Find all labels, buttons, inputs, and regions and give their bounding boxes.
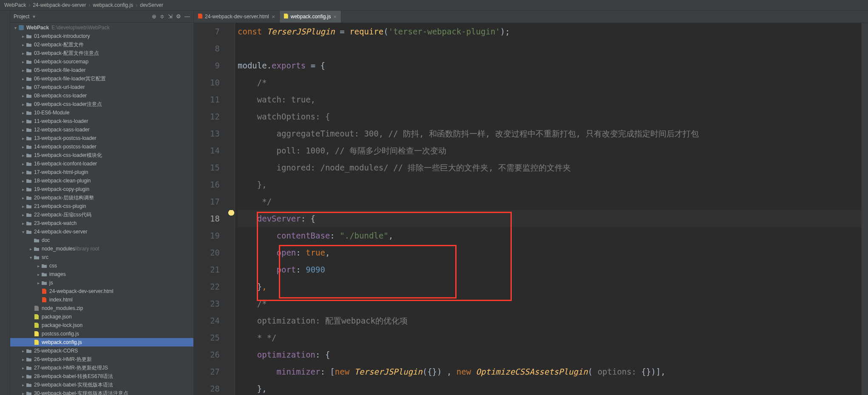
tree-item[interactable]: ▸09-webpack-css-loader注意点 xyxy=(10,100,193,108)
tree-item[interactable]: ▾src xyxy=(10,253,193,261)
tree-item[interactable]: ▸07-webpack-url-loader xyxy=(10,83,193,91)
tree-item[interactable]: ▾24-webpack-dev-server xyxy=(10,227,193,236)
tree-item[interactable]: ▸11-webpack-less-loader xyxy=(10,117,193,125)
editor-gutter[interactable]: 7891011121314151617181920212223242526272… xyxy=(194,23,229,395)
code-line[interactable]: * */ xyxy=(238,329,861,346)
marker-bar[interactable] xyxy=(861,23,868,395)
breadcrumb-seg[interactable]: WebPack xyxy=(4,2,26,8)
folder-icon xyxy=(26,203,32,210)
tree-item[interactable]: ▸21-webpack-css-plugin xyxy=(10,202,193,210)
code-line[interactable]: minimizer: [new TerserJSPlugin({}) , new… xyxy=(238,363,861,380)
folder-icon xyxy=(41,262,48,269)
editor-tab[interactable]: 24-webpack-dev-server.html✕ xyxy=(194,11,280,23)
code-line[interactable]: port: 9090 xyxy=(238,261,861,278)
breadcrumb-seg[interactable]: devServer xyxy=(140,2,163,8)
tree-item[interactable]: node_modules.zip xyxy=(10,304,193,313)
tree-item[interactable]: ▸images xyxy=(10,270,193,278)
code-editor[interactable]: const TerserJSPlugin = require('terser-w… xyxy=(235,23,861,395)
code-line[interactable]: /* xyxy=(238,295,861,312)
code-line[interactable]: }, xyxy=(238,176,861,193)
tree-item[interactable]: ▸25-webpack-CORS xyxy=(10,347,193,355)
tree-item[interactable]: ▸node_modules library root xyxy=(10,244,193,253)
tree-item[interactable]: ▸02-webpack-配置文件 xyxy=(10,40,193,49)
module-icon xyxy=(18,24,25,31)
editor-tab[interactable]: webpack.config.js✕ xyxy=(280,11,342,23)
breadcrumb-seg[interactable]: webpack.config.js xyxy=(93,2,133,8)
code-line[interactable]: aggregateTimeout: 300, // 防抖, 和函数防抖一样, 改… xyxy=(238,125,861,142)
chevron-right-icon: › xyxy=(136,2,137,8)
code-line[interactable]: devServer: { xyxy=(238,210,861,227)
intention-bulb-icon[interactable] xyxy=(228,210,235,217)
tree-item[interactable]: ▸17-webpack-html-plugin xyxy=(10,168,193,176)
tree-item[interactable]: ▸06-webpack-file-loader其它配置 xyxy=(10,74,193,83)
breadcrumb-seg[interactable]: 24-webpack-dev-server xyxy=(33,2,86,8)
folder-icon xyxy=(33,237,40,244)
code-line[interactable]: optimization: { xyxy=(238,346,861,363)
code-line[interactable]: module.exports = { xyxy=(238,57,861,74)
tree-item[interactable]: 24-webpack-dev-server.html xyxy=(10,287,193,296)
tree-root[interactable]: ▾WebPack E:\develop\web\WebPack xyxy=(10,23,193,32)
target-icon[interactable]: ⊕ xyxy=(152,13,156,20)
project-title[interactable]: Project xyxy=(14,14,29,20)
code-line[interactable]: */ xyxy=(238,193,861,210)
collapse-icon[interactable]: ⇲ xyxy=(168,13,173,20)
tree-item[interactable]: ▸css xyxy=(10,261,193,270)
code-line[interactable]: watch: true, xyxy=(238,91,861,108)
code-line[interactable]: contentBase: "./bundle", xyxy=(238,227,861,244)
tree-item[interactable]: ▸20-webpack-层级结构调整 xyxy=(10,193,193,202)
tree-item[interactable]: ▸01-webpack-introductory xyxy=(10,32,193,40)
tree-item[interactable]: ▸13-webpack-postcss-loader xyxy=(10,134,193,142)
tree-item[interactable]: index.html xyxy=(10,296,193,304)
tree-item[interactable]: ▸27-webpack-HMR-热更新处理JS xyxy=(10,364,193,372)
project-tree[interactable]: ▾WebPack E:\develop\web\WebPack▸01-webpa… xyxy=(10,23,193,395)
tree-item[interactable]: ▸16-webpack-iconfont-loader xyxy=(10,159,193,168)
tree-item[interactable]: ▸26-webpack-HMR-热更新 xyxy=(10,355,193,364)
tree-item[interactable]: ▸18-webpack-clean-plugin xyxy=(10,176,193,185)
code-line[interactable]: optimization: 配置webpack的优化项 xyxy=(238,312,861,329)
gear-icon[interactable]: ⚙ xyxy=(176,13,181,20)
tree-item[interactable]: ▸04-webpack-sourcemap xyxy=(10,57,193,66)
tree-item[interactable]: ▸22-webpack-压缩css代码 xyxy=(10,210,193,219)
tree-item[interactable]: ▸28-webpack-babel-转换ES678语法 xyxy=(10,372,193,381)
tree-item[interactable]: package.json xyxy=(10,313,193,321)
tree-item[interactable]: package-lock.json xyxy=(10,321,193,330)
tree-item[interactable]: ▸14-webpack-postcss-loader xyxy=(10,142,193,151)
tree-item[interactable]: doc xyxy=(10,236,193,244)
tree-item[interactable]: ▸29-webpack-babel-实现低版本语法 xyxy=(10,381,193,389)
tree-item[interactable]: ▸12-webpack-sass-loader xyxy=(10,125,193,134)
expand-icon[interactable]: ≑ xyxy=(160,13,165,20)
code-line[interactable]: }, xyxy=(238,278,861,295)
hide-icon[interactable]: — xyxy=(184,13,190,20)
left-tool-strip[interactable] xyxy=(0,11,10,395)
code-line[interactable] xyxy=(238,40,861,57)
folder-icon xyxy=(26,92,32,99)
code-line[interactable]: /* xyxy=(238,74,861,91)
folder-icon xyxy=(26,58,32,65)
code-line[interactable]: const TerserJSPlugin = require('terser-w… xyxy=(238,23,861,40)
tree-item[interactable]: ▸30-webpack-babel-实现低版本语法注意点 xyxy=(10,389,193,395)
tree-item[interactable]: ▸15-webpack-css-loader模块化 xyxy=(10,151,193,159)
folder-icon xyxy=(33,245,40,252)
tree-item[interactable]: ▸js xyxy=(10,278,193,287)
code-line[interactable]: }, xyxy=(238,380,861,395)
tree-item[interactable]: ▸23-webpack-watch xyxy=(10,219,193,227)
editor-tab-bar: 24-webpack-dev-server.html✕webpack.confi… xyxy=(194,11,868,23)
folder-icon xyxy=(26,160,32,167)
tree-item[interactable]: ▸08-webpack-css-loader xyxy=(10,91,193,100)
code-line[interactable]: watchOptions: { xyxy=(238,108,861,125)
tree-item[interactable]: ▸03-webpack-配置文件注意点 xyxy=(10,49,193,57)
tree-item[interactable]: ▸10-ES6-Module xyxy=(10,108,193,117)
code-line[interactable]: poll: 1000, // 每隔多少时间检查一次变动 xyxy=(238,142,861,159)
folder-icon xyxy=(33,254,40,261)
json-icon xyxy=(33,313,40,320)
tree-item[interactable]: postcss.config.js xyxy=(10,330,193,338)
close-icon[interactable]: ✕ xyxy=(272,14,275,19)
folder-icon xyxy=(26,194,32,201)
code-line[interactable]: open: true, xyxy=(238,244,861,261)
close-icon[interactable]: ✕ xyxy=(333,14,337,19)
tree-item[interactable]: ▸19-webpack-copy-plugin xyxy=(10,185,193,193)
code-line[interactable]: ignored: /node_modules/ // 排除一些巨大的文件夹, 不… xyxy=(238,159,861,176)
tree-item[interactable]: webpack.config.js xyxy=(10,338,193,347)
tree-item[interactable]: ▸05-webpack-file-loader xyxy=(10,66,193,74)
fold-column[interactable] xyxy=(229,23,235,395)
